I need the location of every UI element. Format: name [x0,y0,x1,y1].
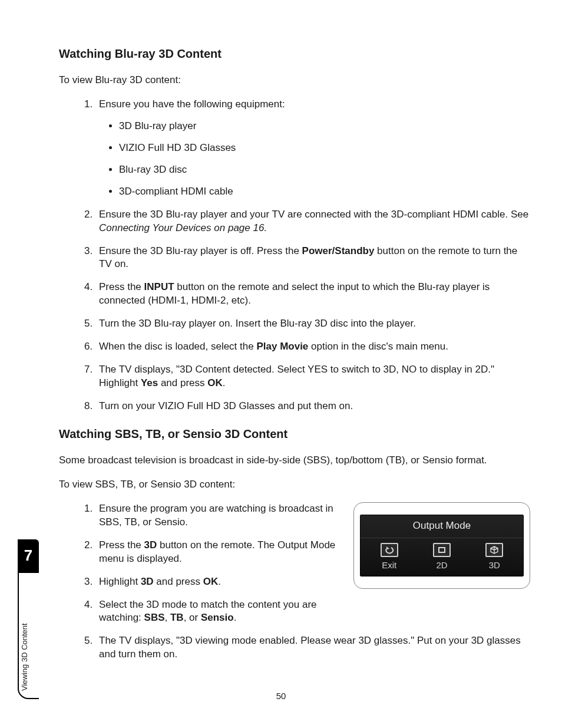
option-name-3d: 3D [141,576,154,587]
step-text: . [223,377,226,388]
intro-sbs-steps: To view SBS, TB, or Sensio 3D content: [59,478,530,492]
list-item: Blu-ray 3D disc [119,163,530,177]
mode-name-sbs: SBS [144,612,165,623]
list-item: Press the 3D button on the remote. The O… [95,539,340,566]
page-number: 50 [0,691,562,701]
option-name-yes: Yes [141,377,158,388]
step-text: Press the [99,539,144,551]
page-content: Watching Blu-ray 3D Content To view Blu-… [59,47,530,671]
osd-title: Output Mode [361,515,523,538]
mode-name-sensio: Sensio [201,612,234,623]
button-name-power-standby: Power/Standby [302,245,375,256]
step-text: , or [184,612,201,623]
exit-icon [381,543,398,557]
step-text: . [218,576,221,587]
osd-option-3d: 3D [485,543,503,570]
two-column-row: Ensure the program you are watching is b… [59,502,530,635]
osd-option-label: 3D [489,560,500,570]
heading-watching-sbs-tb-sensio: Watching SBS, TB, or Sensio 3D Content [59,427,530,441]
list-item: 3D Blu-ray player [119,120,530,133]
list-item: Select the 3D mode to match the content … [95,598,340,625]
osd-frame: Output Mode Exit 2D [353,502,530,589]
step-text: option in the disc's main menu. [308,341,448,352]
intro-bluray-3d: To view Blu-ray 3D content: [59,74,530,87]
list-item: The TV displays, "3D viewing mode enable… [95,634,530,661]
list-item: Ensure the program you are watching is b… [95,502,340,529]
svg-rect-0 [439,548,445,552]
list-item: Ensure the 3D Blu-ray player and your TV… [95,208,530,235]
list-item: Ensure the 3D Blu-ray player is off. Pre… [95,245,530,272]
figure-output-mode: Output Mode Exit 2D [353,502,530,589]
list-item: Ensure you have the following equipment:… [95,98,530,199]
osd-option-exit: Exit [381,543,398,570]
heading-watching-bluray-3d: Watching Blu-ray 3D Content [59,47,530,61]
square-2d-icon [433,543,451,557]
steps-sbs-3d-cont: The TV displays, "3D viewing mode enable… [59,634,530,661]
list-item: Turn on your VIZIO Full HD 3D Glasses an… [95,400,530,413]
button-name-ok: OK [203,576,219,587]
step-text: , [165,612,170,623]
mode-name-tb: TB [170,612,184,623]
step-text: and press [154,576,203,587]
osd-option-2d: 2D [433,543,451,570]
osd-option-label: Exit [382,560,396,570]
button-name-3d: 3D [144,539,157,551]
steps-bluray-3d: Ensure you have the following equipment:… [59,98,530,413]
paragraph-sbs-intro: Some broadcast television is broadcast i… [59,454,530,467]
osd-option-label: 2D [436,560,447,570]
button-name-input: INPUT [144,281,174,292]
list-item: Press the INPUT button on the remote and… [95,281,530,308]
list-item: 3D-compliant HDMI cable [119,185,530,199]
left-column: Ensure the program you are watching is b… [59,502,340,635]
chapter-side-tab: 7 Viewing 3D Content [18,539,41,700]
option-name-play-movie: Play Movie [256,341,308,352]
step-text: . [234,612,237,623]
list-item: VIZIO Full HD 3D Glasses [119,141,530,155]
button-name-ok: OK [207,377,223,388]
chapter-spine: Viewing 3D Content [18,573,39,699]
step-text: Press the [99,281,144,292]
step-text: and press [158,377,207,388]
xref-connecting-devices: Connecting Your Devices on page 16. [99,222,267,233]
step-text: Ensure you have the following equipment: [99,98,285,110]
step-text: Ensure the 3D Blu-ray player and your TV… [99,209,528,220]
steps-sbs-3d: Ensure the program you are watching is b… [59,502,340,625]
list-item: Turn the 3D Blu-ray player on. Insert th… [95,317,530,331]
cube-3d-icon [485,543,503,557]
equipment-list: 3D Blu-ray player VIZIO Full HD 3D Glass… [99,120,530,199]
osd-menu: Output Mode Exit 2D [360,515,524,577]
step-text: Highlight [99,576,141,587]
step-text: When the disc is loaded, select the [99,341,256,352]
chapter-number-badge: 7 [18,539,39,573]
step-text: Ensure the 3D Blu-ray player is off. Pre… [99,245,302,256]
chapter-title-vertical: Viewing 3D Content [20,623,29,691]
osd-options-row: Exit 2D 3D [361,538,523,576]
list-item: Highlight 3D and press OK. [95,575,340,589]
list-item: The TV displays, "3D Content detected. S… [95,363,530,390]
list-item: When the disc is loaded, select the Play… [95,340,530,354]
